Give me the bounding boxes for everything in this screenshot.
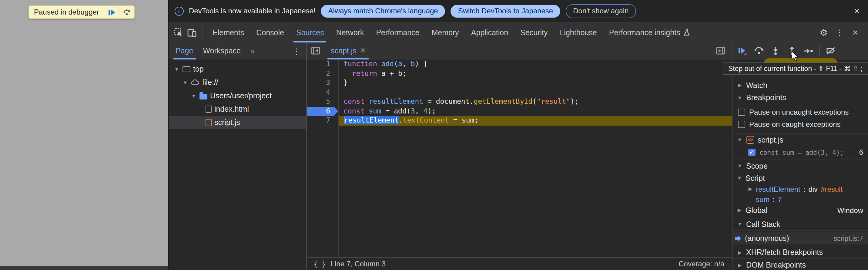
step-over-icon xyxy=(123,9,131,16)
tab-security[interactable]: Security xyxy=(514,23,554,42)
resume-script-button[interactable] xyxy=(104,6,119,18)
device-toolbar-button[interactable] xyxy=(185,26,198,39)
navigator-menu-icon[interactable]: ⋮ xyxy=(292,47,301,56)
expand-caret-icon[interactable]: ▼ xyxy=(191,93,196,98)
scope-global-group[interactable]: ▶ Global Window xyxy=(732,205,868,216)
line-number[interactable]: 7 xyxy=(307,116,338,125)
tab-lighthouse[interactable]: Lighthouse xyxy=(554,23,603,42)
collapsed-caret-icon[interactable]: ▶ xyxy=(737,250,743,255)
tab-network[interactable]: Network xyxy=(330,23,370,42)
navigator-pane: Page Workspace » ⋮ ▼ top ▼ xyxy=(168,42,307,270)
tab-console[interactable]: Console xyxy=(250,23,290,42)
active-frame-arrow-icon xyxy=(735,235,741,241)
debugger-toolbar xyxy=(732,42,868,59)
checkbox-unchecked[interactable] xyxy=(738,121,745,128)
close-tab-icon[interactable]: ✕ xyxy=(360,47,366,55)
scope-var-sum[interactable]: sum: 7 xyxy=(732,194,868,205)
breakpoint-marker[interactable]: 6 xyxy=(307,107,338,116)
tree-item-file-scheme[interactable]: ▼ file:// xyxy=(168,76,306,89)
code-line-7[interactable]: 7resultElement.textContent = sum; xyxy=(307,116,732,125)
tab-performance[interactable]: Performance xyxy=(370,23,425,42)
tree-item-project-folder[interactable]: ▼ Users/user/project xyxy=(168,89,306,102)
paused-label: Paused in debugger xyxy=(29,6,104,18)
scope-var-resultelement[interactable]: ▶ resultElement: div#result xyxy=(732,184,868,194)
token-num: 4 xyxy=(423,107,428,115)
collapsed-caret-icon[interactable]: ▶ xyxy=(737,262,743,268)
code-line-6[interactable]: 6const sum = add(3, 4); xyxy=(307,107,732,116)
collapsed-caret-icon[interactable]: ▶ xyxy=(737,83,743,88)
code-line-2[interactable]: 2 return a + b; xyxy=(307,69,732,78)
step-over-banner-button[interactable] xyxy=(120,6,134,18)
tab-label: Security xyxy=(520,28,548,37)
deactivate-breakpoints-icon xyxy=(826,47,835,55)
code-line-1[interactable]: 1function add(a, b) { xyxy=(307,59,732,69)
editor-tab-script-js[interactable]: script.js ✕ xyxy=(325,42,372,59)
settings-gear-icon[interactable]: ⚙ xyxy=(817,26,830,39)
step-over-button[interactable] xyxy=(751,44,766,57)
token-kw: function xyxy=(343,59,377,68)
toggle-debugger-sidebar-button[interactable] xyxy=(714,44,727,57)
expand-caret-icon[interactable]: ▼ xyxy=(183,80,188,85)
line-number[interactable]: 4 xyxy=(307,88,338,97)
tab-performance-insights[interactable]: Performance insights xyxy=(603,23,696,42)
more-tabs-chevron-icon[interactable]: » xyxy=(250,47,255,56)
switch-devtools-japanese-button[interactable]: Switch DevTools to Japanese xyxy=(451,5,561,17)
line-number[interactable]: 3 xyxy=(307,78,338,88)
line-number[interactable]: 2 xyxy=(307,69,338,78)
tab-application[interactable]: Application xyxy=(465,23,514,42)
expand-caret-icon[interactable]: ▼ xyxy=(174,66,179,72)
code-line-5[interactable]: 5const resultElement = document.getEleme… xyxy=(307,97,732,107)
line-number[interactable]: 5 xyxy=(307,97,338,107)
collapse-navigator-button[interactable] xyxy=(309,44,322,57)
tree-item-script-js[interactable]: script.js xyxy=(168,116,306,129)
step-button[interactable] xyxy=(801,44,815,57)
code-editor[interactable]: 1function add(a, b) {2 return a + b;3}45… xyxy=(307,59,732,257)
scope-group-label: Global xyxy=(745,206,767,214)
section-dom-breakpoints[interactable]: ▶ DOM Breakpoints xyxy=(732,259,868,270)
expanded-caret-icon[interactable]: ▼ xyxy=(737,95,743,100)
expanded-caret-icon[interactable]: ▼ xyxy=(737,163,743,169)
scope-script-group[interactable]: ▼ Script xyxy=(732,172,868,184)
code-line-4[interactable]: 4 xyxy=(307,88,732,97)
breakpoint-group-script-js[interactable]: ▼ <> script.js xyxy=(732,133,868,146)
pause-caught-row[interactable]: Pause on caught exceptions xyxy=(732,118,868,130)
call-stack-frame[interactable]: (anonymous) script.js:7 xyxy=(732,232,868,244)
tab-sources[interactable]: Sources xyxy=(290,23,330,42)
checkbox-checked[interactable]: ✓ xyxy=(748,149,755,156)
section-xhr-breakpoints[interactable]: ▶ XHR/fetch Breakpoints xyxy=(732,246,868,259)
close-devtools-icon[interactable]: ✕ xyxy=(848,26,862,39)
dont-show-again-button[interactable]: Don't show again xyxy=(566,4,636,18)
section-scope[interactable]: ▼ Scope xyxy=(732,159,868,172)
breakpoint-entry[interactable]: ✓ const sum = add(3, 4); 6 xyxy=(732,146,868,158)
expanded-caret-icon[interactable]: ▼ xyxy=(737,175,742,181)
expanded-caret-icon[interactable]: ▼ xyxy=(737,137,743,143)
resume-button[interactable] xyxy=(735,44,750,57)
infobar-close-icon[interactable]: ✕ xyxy=(854,6,862,16)
deactivate-breakpoints-button[interactable] xyxy=(823,44,838,57)
section-breakpoints[interactable]: ▼ Breakpoints xyxy=(732,92,868,104)
match-chrome-language-button[interactable]: Always match Chrome's language xyxy=(321,5,445,17)
step-into-button[interactable] xyxy=(768,44,782,57)
tree-item-index-html[interactable]: index.html xyxy=(168,102,306,116)
tab-workspace[interactable]: Workspace xyxy=(203,42,241,59)
tab-memory[interactable]: Memory xyxy=(426,23,465,42)
code-text: } xyxy=(338,78,348,88)
pretty-print-icon[interactable]: { } xyxy=(314,260,326,268)
collapsed-caret-icon[interactable]: ▶ xyxy=(748,186,753,192)
line-number[interactable]: 1 xyxy=(307,59,338,69)
checkbox-unchecked[interactable] xyxy=(738,109,745,116)
inspect-element-button[interactable] xyxy=(172,26,185,39)
navigator-tabs: Page Workspace » ⋮ xyxy=(168,42,306,59)
more-options-icon[interactable]: ⋮ xyxy=(833,26,846,39)
collapsed-caret-icon[interactable]: ▶ xyxy=(737,208,742,213)
code-line-3[interactable]: 3} xyxy=(307,78,732,88)
panel-toggle-icon xyxy=(716,47,725,55)
token-plain: , xyxy=(415,107,424,115)
tree-item-top[interactable]: ▼ top xyxy=(168,62,306,76)
section-watch[interactable]: ▶ Watch xyxy=(732,79,868,92)
section-call-stack[interactable]: ▼ Call Stack xyxy=(732,218,868,231)
pause-uncaught-row[interactable]: Pause on uncaught exceptions xyxy=(732,106,868,118)
expanded-caret-icon[interactable]: ▼ xyxy=(737,221,743,227)
tab-elements[interactable]: Elements xyxy=(207,23,250,42)
tab-page[interactable]: Page xyxy=(176,42,193,59)
